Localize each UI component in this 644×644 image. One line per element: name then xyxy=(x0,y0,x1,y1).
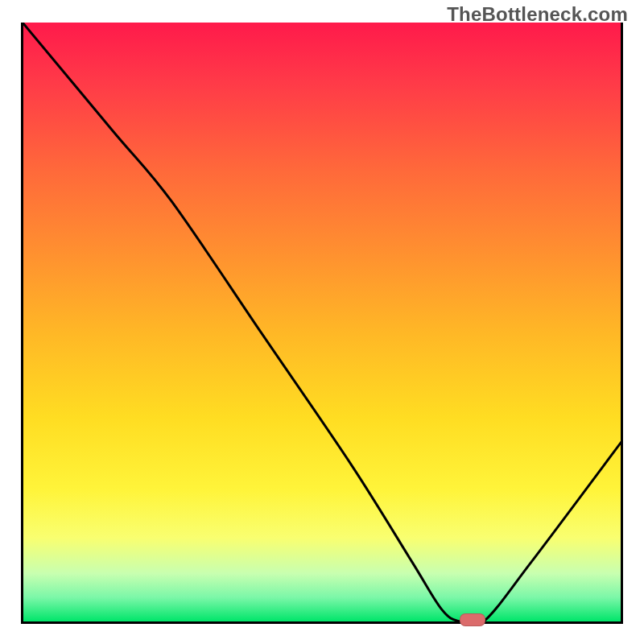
y-axis-right xyxy=(621,23,623,624)
y-axis-left xyxy=(21,23,23,624)
watermark-text: TheBottleneck.com xyxy=(447,3,628,26)
optimal-marker xyxy=(460,613,485,626)
chart-frame xyxy=(23,23,621,621)
plot-gradient-background xyxy=(23,23,621,621)
x-axis xyxy=(21,621,623,624)
